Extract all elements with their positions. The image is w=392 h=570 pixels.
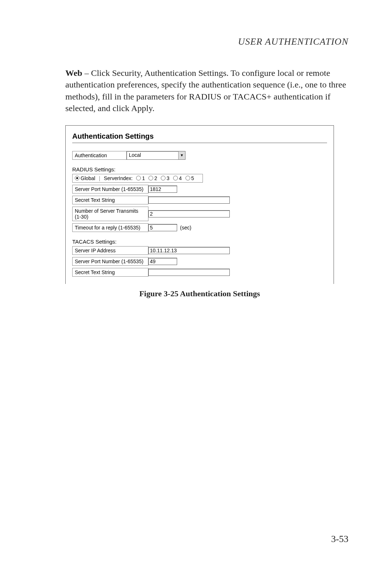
- radius-secret-input[interactable]: [148, 196, 230, 204]
- paragraph-rest: – Click Security, Authentication Setting…: [65, 68, 346, 113]
- radio-3-label: 3: [167, 175, 170, 181]
- page-number: 3-53: [331, 534, 348, 545]
- radio-icon: [161, 176, 166, 180]
- panel-divider: [72, 143, 327, 143]
- radius-heading: RADIUS Settings:: [72, 166, 327, 172]
- tacacs-secret-input[interactable]: [148, 269, 230, 276]
- radio-4-label: 4: [179, 175, 182, 181]
- figure-panel: Authentication Settings Authentication L…: [65, 125, 334, 284]
- tacacs-secret-row: Secret Text String: [72, 268, 327, 277]
- radius-port-input[interactable]: [148, 186, 177, 193]
- radius-secret-row: Secret Text String: [72, 196, 327, 204]
- radio-2[interactable]: 2: [148, 175, 157, 181]
- tacacs-port-input[interactable]: [148, 258, 177, 265]
- radio-global-label: Global: [81, 175, 95, 181]
- radius-radio-row: Global | ServerIndex: 1 2 3: [72, 174, 327, 183]
- radius-transmits-input[interactable]: [148, 210, 230, 217]
- auth-row: Authentication Local ▼: [72, 151, 327, 160]
- radius-transmits-row: Number of Server Transmits (1-30): [72, 207, 327, 221]
- radio-icon: [185, 176, 190, 180]
- body-paragraph: Web – Click Security, Authentication Set…: [65, 67, 348, 114]
- radio-2-label: 2: [154, 175, 157, 181]
- server-index-label: ServerIndex:: [104, 175, 132, 181]
- chevron-down-icon[interactable]: ▼: [178, 151, 185, 159]
- radius-timeout-row: Timeout for a reply (1-65535) (sec): [72, 223, 327, 232]
- radio-5[interactable]: 5: [185, 175, 194, 181]
- tacacs-ip-row: Server IP Address: [72, 246, 327, 255]
- radio-icon: [148, 176, 153, 180]
- radio-5-label: 5: [191, 175, 194, 181]
- radius-timeout-input[interactable]: [148, 224, 177, 231]
- auth-select[interactable]: Local ▼: [126, 151, 185, 160]
- radio-icon: [75, 176, 79, 180]
- radio-4[interactable]: 4: [173, 175, 182, 181]
- radius-port-row: Server Port Number (1-65535): [72, 185, 327, 194]
- running-header: USER AUTHENTICATION: [65, 36, 348, 47]
- radio-1-label: 1: [142, 175, 145, 181]
- figure-caption: Figure 3-25 Authentication Settings: [65, 289, 334, 298]
- tacacs-ip-input[interactable]: [148, 247, 230, 254]
- tacacs-heading: TACACS Settings:: [72, 239, 327, 245]
- auth-label: Authentication: [72, 151, 127, 160]
- radio-icon: [173, 176, 178, 180]
- tacacs-ip-label: Server IP Address: [72, 246, 148, 255]
- page: USER AUTHENTICATION Web – Click Security…: [0, 0, 392, 570]
- radio-global[interactable]: Global: [75, 175, 95, 181]
- radio-1[interactable]: 1: [136, 175, 145, 181]
- radio-3[interactable]: 3: [161, 175, 170, 181]
- tacacs-port-row: Server Port Number (1-65535): [72, 257, 327, 266]
- timeout-unit: (sec): [180, 225, 191, 231]
- radius-port-label: Server Port Number (1-65535): [72, 185, 148, 194]
- divider: |: [99, 175, 100, 181]
- radius-secret-label: Secret Text String: [72, 196, 148, 204]
- radius-transmits-label: Number of Server Transmits (1-30): [72, 207, 148, 221]
- radio-icon: [136, 176, 141, 180]
- lead-word: Web: [65, 68, 82, 78]
- panel-title: Authentication Settings: [72, 132, 327, 141]
- radius-timeout-label: Timeout for a reply (1-65535): [72, 223, 148, 232]
- tacacs-port-label: Server Port Number (1-65535): [72, 257, 148, 266]
- tacacs-secret-label: Secret Text String: [72, 268, 148, 277]
- server-index-group: Global | ServerIndex: 1 2 3: [72, 174, 203, 183]
- auth-select-value: Local: [127, 151, 178, 159]
